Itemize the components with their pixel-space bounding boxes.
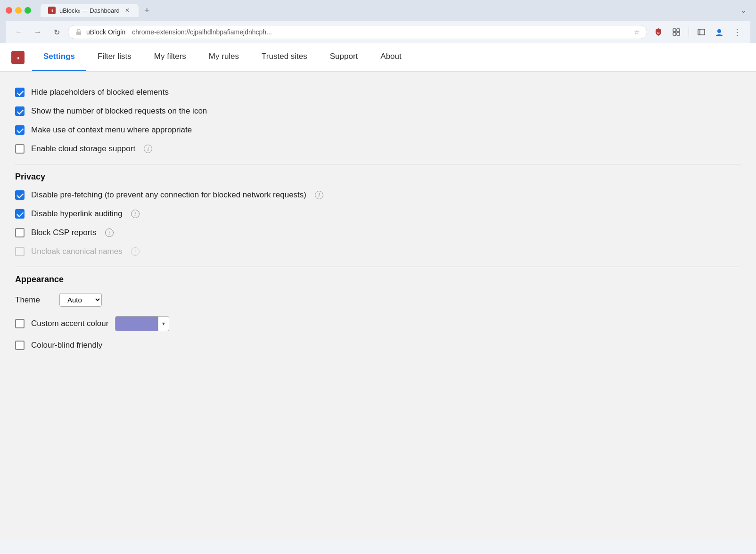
tab-support[interactable]: Support: [319, 43, 370, 71]
theme-label: Theme: [15, 295, 53, 305]
svg-point-8: [717, 29, 721, 33]
privacy-section: Privacy Disable pre-fetching (to prevent…: [15, 172, 741, 261]
checkbox-disable-hyperlink[interactable]: [15, 209, 25, 219]
cloud-storage-info-icon[interactable]: i: [144, 145, 152, 153]
reload-button[interactable]: ↻: [49, 24, 64, 40]
tab-title: uBlock₀ — Dashboard: [59, 7, 120, 14]
checkbox-row-hide-placeholders: Hide placeholders of blocked elements: [15, 83, 741, 102]
title-bar: u uBlock₀ — Dashboard ✕ + ⌄: [6, 4, 750, 17]
address-bar[interactable]: uBlock Origin chrome-extension://cjpalhd…: [68, 25, 647, 39]
checkbox-row-uncloak-canonical: Uncloak canonical names i: [15, 242, 741, 261]
general-section: Hide placeholders of blocked elements Sh…: [15, 83, 741, 158]
browser-chrome: u uBlock₀ — Dashboard ✕ + ⌄ ← → ↻: [0, 0, 756, 43]
checkbox-row-disable-hyperlink: Disable hyperlink auditing i: [15, 204, 741, 223]
minimize-window-button[interactable]: [15, 7, 22, 14]
expand-button[interactable]: ⌄: [737, 4, 750, 17]
tab-my-rules[interactable]: My rules: [197, 43, 250, 71]
checkbox-label-disable-prefetch: Disable pre-fetching (to prevent any con…: [31, 190, 306, 200]
block-csp-info-icon[interactable]: i: [105, 228, 114, 237]
ublockorigin-icon[interactable]: u: [651, 24, 666, 40]
checkbox-cloud-storage[interactable]: [15, 144, 25, 154]
tab-settings[interactable]: Settings: [32, 43, 86, 71]
theme-row: Theme Auto Light Dark: [15, 288, 741, 311]
checkbox-label-cloud-storage: Enable cloud storage support: [31, 144, 135, 154]
checkbox-uncloak-canonical: [15, 247, 25, 256]
nav-bar: ← → ↻ uBlock Origin chrome-extension://c…: [6, 21, 750, 43]
checkbox-context-menu[interactable]: [15, 125, 25, 135]
window-buttons: [6, 7, 31, 14]
checkbox-colour-blind[interactable]: [15, 341, 25, 350]
svg-rect-4: [673, 33, 676, 35]
checkbox-label-context-menu: Make use of context menu where appropria…: [31, 125, 192, 135]
site-security-icon: [75, 28, 82, 36]
active-browser-tab[interactable]: u uBlock₀ — Dashboard ✕: [41, 4, 139, 17]
tab-bar: u uBlock₀ — Dashboard ✕ +: [41, 4, 154, 17]
checkbox-row-custom-accent: Custom accent colour ▾: [15, 311, 741, 336]
disable-prefetch-info-icon[interactable]: i: [315, 191, 323, 199]
tab-trusted-sites[interactable]: Trusted sites: [250, 43, 319, 71]
sidebar-toggle-icon[interactable]: [694, 24, 709, 40]
svg-rect-2: [673, 29, 676, 32]
close-tab-button[interactable]: ✕: [123, 7, 131, 14]
url-text: chrome-extension://cjpalhdlnbpafiamejdnh…: [132, 28, 272, 36]
nav-separator: [689, 27, 689, 37]
appearance-divider: [15, 267, 741, 267]
accent-colour-dropdown[interactable]: ▾: [115, 316, 169, 331]
checkbox-show-blocked-count[interactable]: [15, 106, 25, 116]
checkbox-label-uncloak-canonical: Uncloak canonical names: [31, 247, 123, 256]
checkbox-disable-prefetch[interactable]: [15, 190, 25, 200]
checkbox-label-colour-blind: Colour-blind friendly: [31, 341, 102, 350]
back-button[interactable]: ←: [11, 24, 26, 40]
checkbox-row-block-csp: Block CSP reports i: [15, 223, 741, 242]
privacy-section-title: Privacy: [15, 172, 741, 182]
accent-colour-swatch: [115, 317, 158, 331]
checkbox-custom-accent[interactable]: [15, 319, 25, 328]
tab-favicon: u: [48, 7, 56, 14]
checkbox-hide-placeholders[interactable]: [15, 88, 25, 97]
checkbox-label-show-blocked-count: Show the number of blocked requests on t…: [31, 106, 207, 116]
origin-label: uBlock Origin: [86, 28, 125, 36]
tab-about[interactable]: About: [369, 43, 412, 71]
extensions-icon[interactable]: [669, 24, 684, 40]
ext-logo: u: [11, 51, 25, 64]
svg-rect-3: [677, 29, 680, 32]
checkbox-row-cloud-storage: Enable cloud storage support i: [15, 139, 741, 158]
forward-button[interactable]: →: [30, 24, 45, 40]
close-window-button[interactable]: [6, 7, 12, 14]
checkbox-row-colour-blind: Colour-blind friendly: [15, 336, 741, 355]
svg-text:u: u: [657, 31, 660, 35]
svg-rect-6: [698, 29, 705, 35]
bookmark-icon[interactable]: ☆: [634, 28, 640, 36]
checkbox-row-context-menu: Make use of context menu where appropria…: [15, 121, 741, 139]
svg-rect-0: [76, 32, 81, 35]
ext-tab-bar: u Settings Filter lists My filters My ru…: [0, 43, 756, 72]
uncloak-canonical-info-icon: i: [131, 247, 140, 256]
svg-rect-5: [677, 33, 680, 35]
extension-page: u Settings Filter lists My filters My ru…: [0, 43, 756, 541]
new-tab-button[interactable]: +: [140, 4, 154, 17]
svg-text:u: u: [16, 56, 19, 60]
theme-select[interactable]: Auto Light Dark: [59, 293, 102, 307]
appearance-section-title: Appearance: [15, 275, 741, 285]
maximize-window-button[interactable]: [25, 7, 31, 14]
checkbox-label-hide-placeholders: Hide placeholders of blocked elements: [31, 88, 169, 97]
tab-my-filters[interactable]: My filters: [143, 43, 197, 71]
checkbox-row-show-blocked-count: Show the number of blocked requests on t…: [15, 102, 741, 121]
tab-filter-lists[interactable]: Filter lists: [86, 43, 143, 71]
settings-content: Hide placeholders of blocked elements Sh…: [0, 72, 756, 366]
profile-icon[interactable]: [712, 24, 727, 40]
checkbox-label-block-csp: Block CSP reports: [31, 228, 97, 237]
checkbox-label-custom-accent: Custom accent colour: [31, 319, 108, 328]
privacy-divider: [15, 164, 741, 164]
appearance-section: Appearance Theme Auto Light Dark Custom …: [15, 275, 741, 355]
checkbox-block-csp[interactable]: [15, 228, 25, 237]
more-menu-icon[interactable]: ⋮: [730, 24, 745, 40]
disable-hyperlink-info-icon[interactable]: i: [131, 210, 140, 218]
checkbox-label-disable-hyperlink: Disable hyperlink auditing: [31, 209, 123, 219]
nav-icons: u: [651, 24, 745, 40]
accent-colour-dropdown-arrow: ▾: [158, 317, 169, 331]
checkbox-row-disable-prefetch: Disable pre-fetching (to prevent any con…: [15, 186, 741, 204]
